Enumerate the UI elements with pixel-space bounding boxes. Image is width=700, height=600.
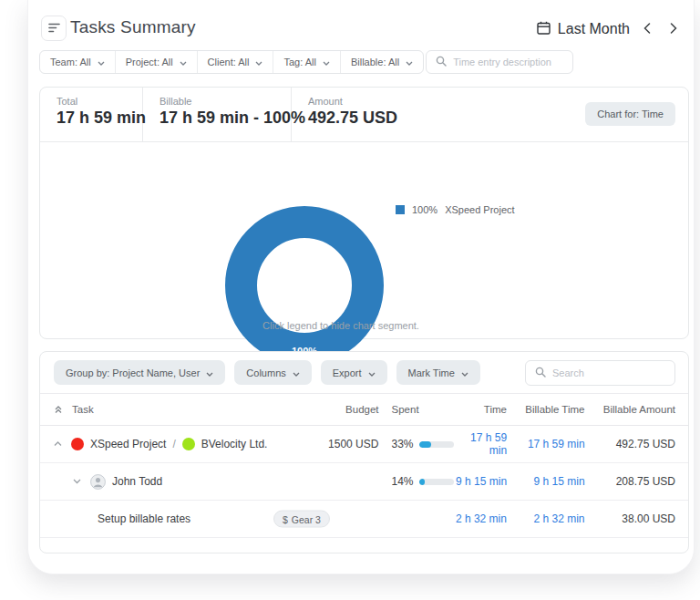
table-search[interactable] xyxy=(525,360,675,386)
client-color-dot xyxy=(182,438,195,450)
tag-filter-label: Tag: All xyxy=(283,57,315,67)
chart-area: 100% 100% XSpeed Project Click legend to… xyxy=(40,142,688,339)
date-range-picker[interactable]: Last Month xyxy=(537,21,630,38)
col-header-time: Time xyxy=(454,404,507,415)
billable-amount-value: 38.00 USD xyxy=(585,512,676,525)
billable-time-link[interactable]: 2 h 32 min xyxy=(533,512,584,525)
spent-progress-bar xyxy=(419,479,454,485)
tag-badge: $ Gear 3 xyxy=(273,511,330,528)
chevron-down-icon xyxy=(180,57,187,67)
search-icon xyxy=(535,365,546,381)
search-icon xyxy=(436,54,447,70)
expand-chevron-icon[interactable] xyxy=(73,479,84,484)
team-filter-label: Team: All xyxy=(50,57,91,67)
legend-swatch xyxy=(396,205,405,214)
col-header-spent: Spent xyxy=(379,404,455,415)
project-color-dot xyxy=(71,438,84,450)
spent-percent: 33% xyxy=(391,438,413,450)
team-filter-dropdown[interactable]: Team: All xyxy=(40,51,116,73)
legend-label: XSpeed Project xyxy=(445,204,514,215)
main-panel: Tasks Summary Last Month Team: All xyxy=(27,0,695,574)
group-by-label: Group by: Project Name, User xyxy=(66,367,200,378)
total-label: Total xyxy=(57,96,142,107)
billable-time-link[interactable]: 17 h 59 min xyxy=(528,438,585,450)
project-client-separator: / xyxy=(172,438,175,450)
sidebar-toggle-button[interactable] xyxy=(41,16,67,41)
chevron-down-icon xyxy=(461,367,468,378)
collapse-chevron-icon[interactable] xyxy=(54,441,65,447)
tag-label: Gear 3 xyxy=(292,513,321,524)
user-name: John Todd xyxy=(112,475,162,488)
date-navigation: Last Month xyxy=(537,16,683,42)
billable-value: 17 h 59 min - 100% xyxy=(160,109,291,128)
billable-filter-label: Billable: All xyxy=(351,57,399,67)
col-header-billable-amount: Billable Amount xyxy=(585,404,676,415)
calendar-icon xyxy=(537,21,551,38)
previous-period-button[interactable] xyxy=(638,18,656,40)
amount-label: Amount xyxy=(308,96,397,107)
client-filter-dropdown[interactable]: Client: All xyxy=(198,51,274,73)
time-link[interactable]: 17 h 59 min xyxy=(470,431,507,457)
mark-time-dropdown[interactable]: Mark Time xyxy=(396,360,480,385)
chart-legend-item[interactable]: 100% XSpeed Project xyxy=(396,204,515,215)
date-range-label: Last Month xyxy=(558,21,630,37)
legend-percent: 100% xyxy=(412,204,438,215)
columns-dropdown[interactable]: Columns xyxy=(234,360,311,385)
billable-label: Billable xyxy=(160,96,291,107)
chevron-down-icon xyxy=(323,57,330,67)
chevron-right-icon xyxy=(670,21,677,37)
table-card: Group by: Project Name, User Columns Exp… xyxy=(39,351,689,553)
time-link[interactable]: 9 h 15 min xyxy=(456,475,507,488)
col-header-budget: Budget xyxy=(295,404,379,415)
description-search-input[interactable] xyxy=(453,57,563,67)
tag-filter-dropdown[interactable]: Tag: All xyxy=(273,51,340,73)
table-header-row: Task Budget Spent Time Billable Time Bil… xyxy=(40,394,688,426)
col-header-task: Task xyxy=(72,404,94,415)
billable-time-link[interactable]: 9 h 15 min xyxy=(534,475,585,488)
avatar-icon xyxy=(90,474,106,490)
total-value: 17 h 59 min xyxy=(57,109,142,128)
chevron-left-icon xyxy=(643,21,651,37)
donut-chart: 100% xyxy=(225,206,384,365)
filter-group: Team: All Project: All Client: All Tag: … xyxy=(39,50,424,74)
next-period-button[interactable] xyxy=(664,18,683,40)
spent-progress-bar xyxy=(419,441,454,448)
budget-value: 1500 USD xyxy=(295,438,378,450)
amount-value: 492.75 USD xyxy=(308,109,397,128)
table-search-input[interactable] xyxy=(552,367,665,378)
client-filter-label: Client: All xyxy=(208,57,250,67)
billable-amount-value: 208.75 USD xyxy=(585,475,675,488)
donut-ring xyxy=(225,206,384,365)
chevron-down-icon xyxy=(206,367,213,378)
chevron-down-icon xyxy=(368,367,376,378)
table-row-project: XSpeed Project / BVelocity Ltd. 1500 USD… xyxy=(40,426,688,463)
billable-amount-value: 492.75 USD xyxy=(585,438,675,450)
columns-label: Columns xyxy=(246,367,285,378)
chevron-down-icon xyxy=(98,57,105,67)
col-header-billable-time: Billable Time xyxy=(507,404,585,415)
table-row-user: John Todd 14% 9 h 15 min 9 h 15 min 208.… xyxy=(40,463,688,501)
summary-card: Total 17 h 59 min Billable 17 h 59 min -… xyxy=(39,87,689,339)
description-search[interactable] xyxy=(426,50,573,74)
filter-bar: Team: All Project: All Client: All Tag: … xyxy=(39,50,573,74)
spent-percent: 14% xyxy=(391,475,413,488)
stats-row: Total 17 h 59 min Billable 17 h 59 min -… xyxy=(40,88,688,142)
chevron-down-icon xyxy=(406,57,413,67)
group-by-dropdown[interactable]: Group by: Project Name, User xyxy=(54,360,225,385)
project-filter-dropdown[interactable]: Project: All xyxy=(116,51,198,73)
amount-stat: Amount 492.75 USD xyxy=(292,88,397,141)
chevron-down-icon xyxy=(255,57,262,67)
export-label: Export xyxy=(333,367,362,378)
table-row-task: Setup billable rates $ Gear 3 2 h 32 min… xyxy=(40,501,688,538)
chevron-down-icon xyxy=(293,367,300,378)
export-dropdown[interactable]: Export xyxy=(321,360,387,385)
collapse-all-button[interactable] xyxy=(54,405,65,414)
page-title: Tasks Summary xyxy=(70,17,196,37)
project-filter-label: Project: All xyxy=(126,57,173,67)
task-name: Setup billable rates xyxy=(98,512,190,525)
time-link[interactable]: 2 h 32 min xyxy=(456,512,507,525)
chart-for-button[interactable]: Chart for: Time xyxy=(585,102,675,126)
total-stat: Total 17 h 59 min xyxy=(40,88,143,141)
project-name: XSpeed Project xyxy=(90,438,166,450)
billable-filter-dropdown[interactable]: Billable: All xyxy=(341,51,423,73)
